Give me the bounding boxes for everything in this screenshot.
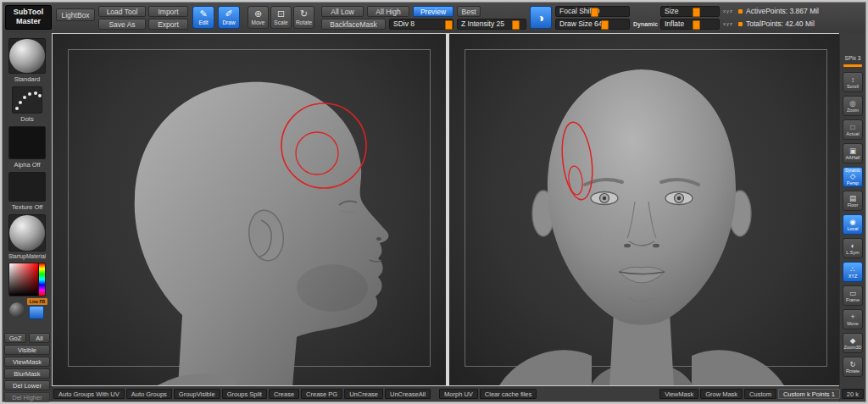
viewmask-bottom-button[interactable]: ViewMask (659, 389, 698, 399)
inflate-slider[interactable]: Inflate (660, 19, 720, 30)
lsym-button[interactable]: ◐ L.Sym (843, 238, 863, 258)
lsym-label: L.Sym (846, 250, 860, 255)
draw-size-slider[interactable]: Draw Size 64 (555, 19, 630, 30)
persp-icon: ◇ (850, 173, 856, 180)
load-tool-button[interactable]: Load Tool (98, 6, 146, 17)
draw-brush-icon: ✐ (225, 9, 232, 19)
viewport-front-view[interactable] (449, 34, 843, 385)
actual-button[interactable]: □ Actual (843, 119, 863, 140)
sdiv-slider-handle[interactable] (445, 20, 453, 30)
frame-button[interactable]: ▭ Frame (843, 285, 863, 306)
move-view-button[interactable]: + Move (843, 309, 863, 329)
inflate-axis-letters[interactable]: xyz (723, 21, 733, 26)
draw-size-handle[interactable] (601, 20, 609, 30)
auto-groups-with-uv-button[interactable]: Auto Groups With UV (53, 389, 125, 399)
subtool-master-button[interactable]: SubTool Master (5, 5, 52, 30)
rotate-label: Rotate (296, 19, 312, 25)
move-label: Move (252, 19, 265, 25)
xyz-button[interactable]: ∴ XYZ (843, 262, 863, 282)
draw-label: Draw (222, 19, 235, 25)
rotate-button[interactable]: ↻ Rotate (293, 6, 314, 29)
morph-uv-button[interactable]: Morph UV (439, 389, 478, 399)
size-label: Size (665, 7, 679, 15)
size-axis-letters[interactable]: xyz (723, 8, 733, 14)
texture-selector[interactable] (8, 172, 46, 202)
save-as-button[interactable]: Save As (98, 19, 146, 30)
import-button[interactable]: Import (148, 6, 188, 17)
persp-button[interactable]: Dynamic ◇ Persp (843, 167, 863, 187)
crease-button[interactable]: Crease (269, 389, 299, 399)
clear-cache-files-button[interactable]: Clear cache files (480, 389, 537, 399)
viewmask-button[interactable]: ViewMask (4, 357, 50, 367)
local-pivot-icon: ◉ (849, 219, 855, 226)
lightbox-button[interactable]: LightBox (56, 8, 95, 21)
z-intensity-slider[interactable]: Z Intensity 25 (457, 19, 526, 30)
local-symmetry-icon: ◐ (850, 242, 854, 250)
inflate-label: Inflate (665, 19, 684, 28)
edit-button[interactable]: ✎ Edit (192, 6, 214, 29)
edit-label: Edit (198, 19, 208, 25)
draw-button[interactable]: ✐ Draw (218, 6, 240, 29)
xyz-label: XYZ (849, 274, 858, 279)
best-button[interactable]: Best (457, 6, 481, 17)
switch-color-button[interactable] (9, 302, 25, 318)
color-gradient-square[interactable] (9, 263, 38, 296)
scroll-label: Scroll (847, 84, 859, 89)
focal-shift-handle[interactable] (591, 8, 598, 17)
move-gyro-icon: ⊕ (254, 9, 262, 19)
sdiv-slider[interactable]: SDiv 8 (389, 19, 453, 30)
floor-button[interactable]: ▤ Floor (843, 191, 863, 211)
zoom3d-button[interactable]: ◆ Zoom3D (843, 333, 863, 353)
groupvisible-button[interactable]: GroupVisible (174, 389, 220, 399)
inflate-handle[interactable] (693, 20, 700, 30)
viewport-side-view[interactable] (53, 34, 446, 385)
document-canvas[interactable] (52, 33, 843, 386)
zoom-button[interactable]: ◎ Zoom (843, 96, 863, 116)
z-intensity-handle[interactable] (512, 20, 520, 30)
blurmask-button[interactable]: BlurMask (4, 368, 50, 379)
local-button[interactable]: ◉ Local (843, 214, 863, 235)
aahalf-button[interactable]: ▣ AAHalf (843, 143, 863, 163)
move-button[interactable]: ⊕ Move (248, 6, 269, 29)
twenty-k-button[interactable]: 20 k (842, 389, 864, 399)
scroll-button[interactable]: ↕ Scroll (843, 72, 863, 92)
all-high-button[interactable]: All High (367, 6, 409, 17)
rotate-view-button[interactable]: ↻ Rotate (843, 357, 863, 377)
uncrease-button[interactable]: UnCrease (344, 389, 383, 399)
groups-split-button[interactable]: Groups Split (222, 389, 267, 399)
auto-groups-button[interactable]: Auto Groups (126, 389, 172, 399)
dynamic-mode-label[interactable]: Dynamic (633, 21, 658, 27)
custom-button[interactable]: Custom (744, 389, 776, 399)
dots-stroke-icon (13, 87, 42, 113)
focal-shift-curve-button[interactable]: ◑ (530, 6, 552, 29)
total-points-text: TotalPoints: 42.40 Mil (746, 19, 815, 28)
all-button[interactable]: All (29, 333, 50, 343)
stroke-selector[interactable] (12, 86, 42, 113)
spix-slider[interactable] (843, 64, 862, 67)
hue-strip[interactable] (39, 263, 45, 296)
paint-swatch-button[interactable] (29, 306, 44, 319)
spix-label[interactable]: SPix 3 (840, 55, 865, 61)
alpha-selector[interactable] (8, 126, 46, 159)
goz-button[interactable]: GoZ (4, 333, 26, 343)
visible-button[interactable]: Visible (4, 345, 50, 355)
size-handle[interactable] (693, 8, 700, 17)
material-selector[interactable] (8, 214, 46, 252)
color-picker[interactable] (8, 263, 46, 296)
all-low-button[interactable]: All Low (321, 6, 364, 17)
focal-shift-slider[interactable]: Focal Shift 0 (555, 6, 630, 17)
custom-k-points-field[interactable]: Custom k Points 1 (778, 389, 840, 399)
del-lower-button[interactable]: Del Lower (4, 380, 50, 390)
actual-size-icon: □ (850, 124, 854, 131)
line-fb-chip[interactable]: Line FB (27, 298, 47, 305)
del-higher-button[interactable]: Del Higher (4, 392, 50, 402)
scale-button[interactable]: ⊡ Scale (270, 6, 292, 29)
crease-pg-button[interactable]: Crease PG (301, 389, 342, 399)
export-button[interactable]: Export (148, 19, 188, 30)
backface-mask-button[interactable]: BackfaceMask (321, 19, 386, 30)
grow-mask-button[interactable]: Grow Mask (700, 389, 743, 399)
brush-selector[interactable] (8, 38, 46, 74)
size-slider[interactable]: Size (660, 6, 720, 17)
uncreaseall-button[interactable]: UnCreaseAll (385, 389, 431, 399)
preview-button[interactable]: Preview (413, 6, 453, 17)
